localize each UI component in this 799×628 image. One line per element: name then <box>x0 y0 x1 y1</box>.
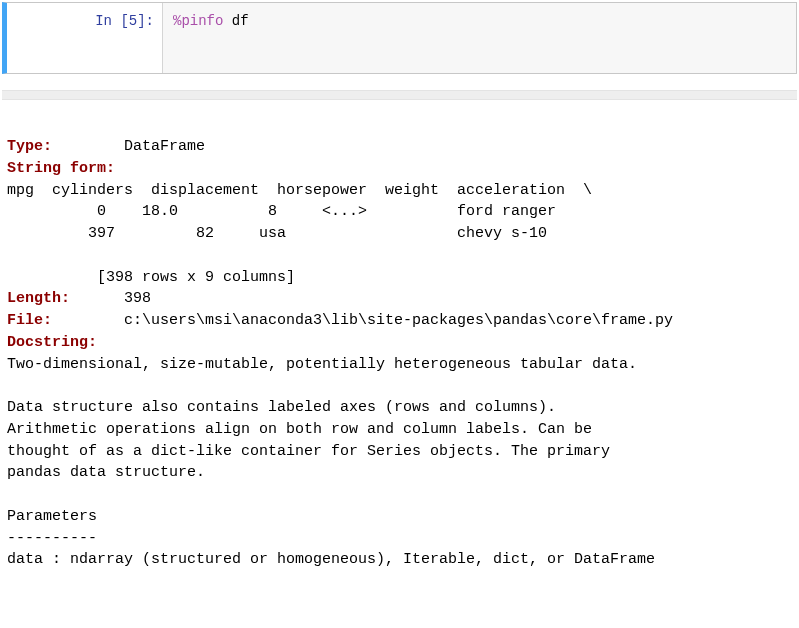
docstring-line: Two-dimensional, size-mutable, potential… <box>7 356 637 373</box>
code-cell: In [5]: %pinfo df <box>2 2 797 74</box>
code-line: %pinfo df <box>173 13 249 29</box>
type-value: DataFrame <box>52 138 205 155</box>
docstring-line: data : ndarray (structured or homogeneou… <box>7 551 655 568</box>
divider-bar <box>2 90 797 100</box>
string-form-line: mpg cylinders displacement horsepower we… <box>7 182 592 199</box>
string-form-line: [398 rows x 9 columns] <box>7 269 295 286</box>
string-form-line: 0 18.0 8 <...> ford ranger <box>7 203 556 220</box>
docstring-line: thought of as a dict-like container for … <box>7 443 610 460</box>
docstring-label: Docstring: <box>7 334 97 351</box>
code-editor[interactable]: %pinfo df <box>162 3 796 73</box>
file-label: File: <box>7 312 52 329</box>
length-label: Length: <box>7 290 70 307</box>
magic-command: %pinfo <box>173 13 223 29</box>
type-label: Type: <box>7 138 52 155</box>
input-prompt: In [5]: <box>7 3 162 73</box>
docstring-line: Arithmetic operations align on both row … <box>7 421 592 438</box>
output-area: Type: DataFrame String form: mpg cylinde… <box>2 130 797 577</box>
string-form-line: 397 82 usa chevy s-10 <box>7 225 547 242</box>
docstring-line: pandas data structure. <box>7 464 205 481</box>
prompt-text: In [5]: <box>95 13 154 29</box>
file-value: c:\users\msi\anaconda3\lib\site-packages… <box>52 312 673 329</box>
string-form-label: String form: <box>7 160 115 177</box>
code-argument: df <box>223 13 248 29</box>
length-value: 398 <box>70 290 151 307</box>
docstring-line: Parameters <box>7 508 97 525</box>
docstring-line: ---------- <box>7 530 97 547</box>
docstring-line: Data structure also contains labeled axe… <box>7 399 556 416</box>
